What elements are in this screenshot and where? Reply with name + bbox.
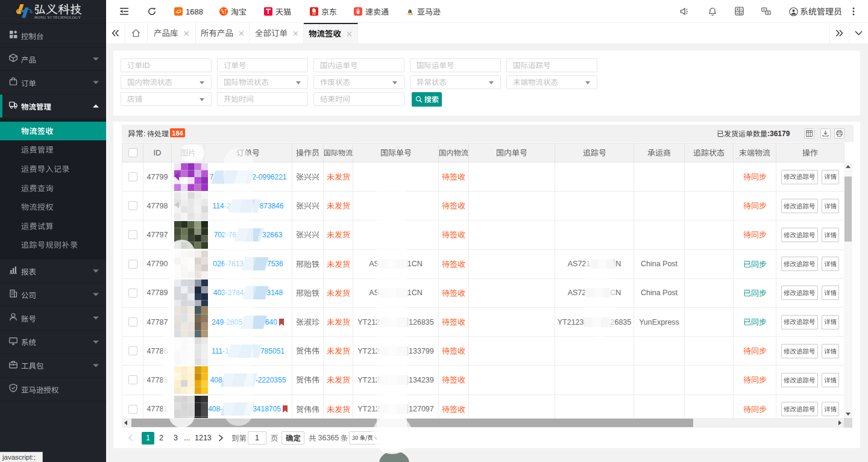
svg-text:a: a — [408, 7, 412, 14]
svg-text:$: $ — [767, 11, 769, 14]
